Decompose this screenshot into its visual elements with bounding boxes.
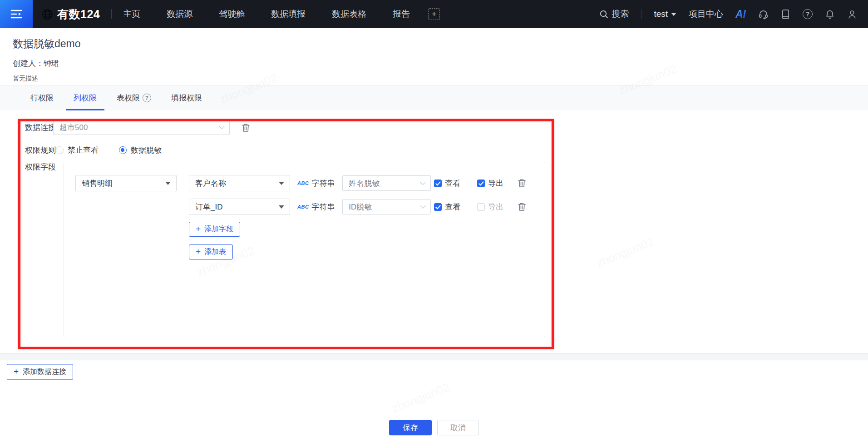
globe-logo-icon xyxy=(42,9,53,20)
mobile-device-icon xyxy=(781,9,790,20)
tab-column-permission[interactable]: 列权限 xyxy=(66,85,104,110)
top-navbar: 有数124 主页 数据源 驾驶舱 数据填报 数据表格 报告 + 搜索 test … xyxy=(0,0,868,28)
main-menu: 主页 数据源 驾驶舱 数据填报 数据表格 报告 xyxy=(123,8,410,20)
chevron-down-icon xyxy=(219,123,225,129)
add-table-button[interactable]: + 添加表 xyxy=(189,244,233,259)
bottom-section: + 添加数据连接 保存 取消 xyxy=(0,360,868,439)
data-connection-row: 数据连接 超市500 xyxy=(25,120,250,135)
search-button[interactable]: 搜索 xyxy=(599,8,629,20)
tab-label: 列权限 xyxy=(74,93,97,103)
view-label: 查看 xyxy=(445,178,460,189)
chevron-down-icon xyxy=(420,203,426,209)
tab-label: 填报权限 xyxy=(171,93,202,103)
tab-table-permission[interactable]: 表权限 ? xyxy=(109,85,159,110)
notifications-button[interactable] xyxy=(825,9,835,20)
menu-item-datatable[interactable]: 数据表格 xyxy=(332,8,366,20)
permission-tabs: 行权限 列权限 表权限 ? 填报权限 xyxy=(0,85,868,110)
search-label: 搜索 xyxy=(612,8,629,20)
data-connection-select[interactable]: 超市500 xyxy=(53,120,230,135)
view-checkbox[interactable]: 查看 xyxy=(434,178,460,189)
bell-icon xyxy=(825,9,835,20)
help-circle-icon[interactable]: ? xyxy=(143,94,151,102)
plus-icon: + xyxy=(196,247,201,256)
column-permission-panel: 数据连接 超市500 权限规则 禁止查看 数据脱敏 权限字段 xyxy=(0,110,868,353)
account-dropdown[interactable]: test xyxy=(654,9,676,19)
radio-icon xyxy=(56,146,64,154)
menu-item-report[interactable]: 报告 xyxy=(393,8,410,20)
creator-text: 创建人：钟珺 xyxy=(13,58,868,69)
checkbox-icon xyxy=(477,180,485,187)
project-center-link[interactable]: 项目中心 xyxy=(689,8,723,20)
delete-field-button[interactable] xyxy=(518,179,526,188)
table-select[interactable]: 销售明细 xyxy=(75,175,177,191)
chevron-down-icon xyxy=(671,13,676,16)
add-data-connection-button[interactable]: + 添加数据连接 xyxy=(7,364,73,380)
field-select[interactable]: 客户名称 xyxy=(189,175,290,191)
mask-rule-select[interactable]: ID脱敏 xyxy=(342,199,431,215)
field-select[interactable]: 订单_ID xyxy=(189,199,290,215)
collapse-menu-button[interactable] xyxy=(0,0,33,28)
delete-field-button[interactable] xyxy=(518,202,526,211)
radio-icon xyxy=(119,146,127,154)
page-header: 数据脱敏demo 创建人：钟珺 暂无描述 xyxy=(0,28,868,85)
divider xyxy=(641,10,641,19)
field-row: 订单_ID ABC 字符串 ID脱敏 查看 导出 xyxy=(189,199,526,215)
checkbox-icon xyxy=(477,203,485,211)
field-type-label: 字符串 xyxy=(311,178,335,189)
add-field-label: 添加字段 xyxy=(204,224,233,234)
customer-service-button[interactable] xyxy=(758,9,769,20)
menu-item-home[interactable]: 主页 xyxy=(123,8,140,20)
field-row: 销售明细 客户名称 ABC 字符串 姓名脱敏 查看 xyxy=(75,175,526,191)
add-field-button[interactable]: + 添加字段 xyxy=(189,222,240,237)
navbar-right: 搜索 test 项目中心 AI ? xyxy=(599,8,857,20)
mask-rule-value: ID脱敏 xyxy=(349,202,421,212)
add-tab-button[interactable]: + xyxy=(428,8,440,20)
plus-icon: + xyxy=(196,224,201,233)
delete-connection-button[interactable] xyxy=(242,123,250,132)
headset-icon xyxy=(758,9,769,20)
caret-down-icon xyxy=(165,182,171,185)
chevron-down-icon xyxy=(420,179,426,185)
menu-item-datasource[interactable]: 数据源 xyxy=(167,8,192,20)
description-text: 暂无描述 xyxy=(13,75,868,83)
tab-label: 行权限 xyxy=(30,93,54,103)
trash-icon xyxy=(518,202,526,211)
radio-forbid-view[interactable]: 禁止查看 xyxy=(56,145,99,155)
menu-item-cockpit[interactable]: 驾驶舱 xyxy=(219,8,245,20)
tab-fill-permission[interactable]: 填报权限 xyxy=(163,85,210,110)
export-checkbox[interactable]: 导出 xyxy=(477,178,503,189)
ai-assistant-button[interactable]: AI xyxy=(735,8,746,20)
user-profile-button[interactable] xyxy=(847,9,857,20)
radio-label: 禁止查看 xyxy=(68,145,99,155)
trash-icon xyxy=(242,123,250,132)
divider xyxy=(111,9,112,19)
page-title: 数据脱敏demo xyxy=(13,37,868,51)
radio-label: 数据脱敏 xyxy=(131,145,162,155)
export-checkbox[interactable]: 导出 xyxy=(477,202,503,212)
save-button[interactable]: 保存 xyxy=(389,420,432,435)
field-select-value: 客户名称 xyxy=(195,178,279,189)
menu-item-datafill[interactable]: 数据填报 xyxy=(271,8,306,20)
cancel-button[interactable]: 取消 xyxy=(437,420,479,435)
mask-rule-value: 姓名脱敏 xyxy=(349,178,421,189)
export-label: 导出 xyxy=(488,202,503,212)
plus-icon: + xyxy=(14,367,19,376)
add-table-label: 添加表 xyxy=(204,247,226,257)
radio-data-masking[interactable]: 数据脱敏 xyxy=(119,145,162,155)
trash-icon xyxy=(518,179,526,188)
section-divider xyxy=(0,353,868,360)
footer-actions: 保存 取消 xyxy=(0,416,868,439)
caret-down-icon xyxy=(279,205,284,209)
field-select-value: 订单_ID xyxy=(195,202,279,212)
mobile-app-button[interactable] xyxy=(781,9,790,20)
tab-row-permission[interactable]: 行权限 xyxy=(23,85,61,110)
mask-rule-select[interactable]: 姓名脱敏 xyxy=(342,175,431,191)
export-label: 导出 xyxy=(488,178,503,189)
view-checkbox[interactable]: 查看 xyxy=(434,202,460,212)
account-name: test xyxy=(654,9,668,19)
person-icon xyxy=(847,9,857,20)
table-select-value: 销售明细 xyxy=(82,178,165,189)
caret-down-icon xyxy=(279,182,284,185)
help-button[interactable]: ? xyxy=(803,9,813,19)
hamburger-icon xyxy=(10,9,23,20)
